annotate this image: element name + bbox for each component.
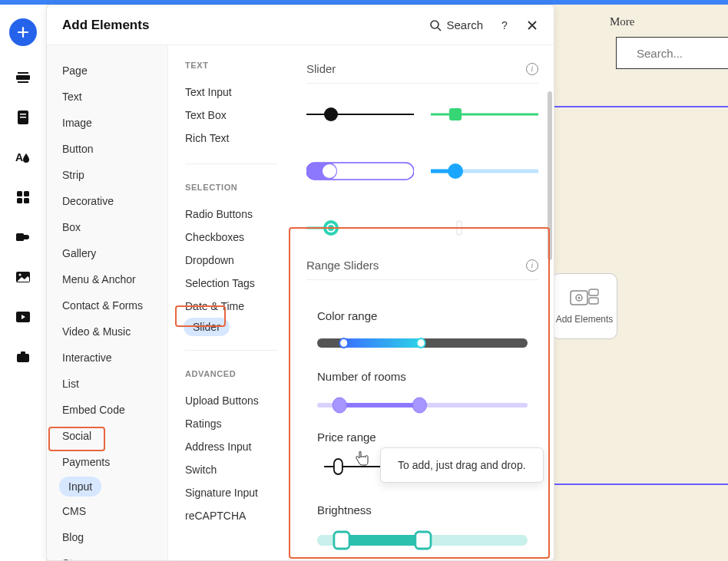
slider-variant-black-dot[interactable] xyxy=(306,99,414,130)
svg-rect-49 xyxy=(337,403,422,408)
preview-column: Slider i xyxy=(291,45,554,560)
subcategory-item-rich-text[interactable]: Rich Text xyxy=(185,127,291,150)
subcategory-item-date-time[interactable]: Date & Time xyxy=(185,295,291,318)
add-button[interactable] xyxy=(9,18,37,46)
subcategory-heading: SELECTION xyxy=(185,183,291,192)
canvas-guide-line xyxy=(554,106,728,107)
subcategory-item-recaptcha[interactable]: reCAPTCHA xyxy=(185,504,291,527)
svg-point-41 xyxy=(328,225,334,231)
category-item-menu-anchor[interactable]: Menu & Anchor xyxy=(47,268,167,291)
svg-point-47 xyxy=(417,338,425,348)
slider-variant-blue-dot[interactable] xyxy=(431,156,538,186)
category-item-box[interactable]: Box xyxy=(47,216,167,239)
subcategory-item-selection-tags[interactable]: Selection Tags xyxy=(185,272,291,295)
category-item-contact-forms[interactable]: Contact & Forms xyxy=(47,294,167,317)
subcategory-item-switch[interactable]: Switch xyxy=(185,458,291,481)
slider-variant-line-handle[interactable] xyxy=(431,213,538,243)
subcategory-heading: ADVANCED xyxy=(185,369,291,378)
category-item-image[interactable]: Image xyxy=(47,111,167,134)
svg-rect-45 xyxy=(342,338,422,348)
panel-title: Add Elements xyxy=(62,18,149,33)
svg-point-33 xyxy=(323,164,336,178)
category-item-input[interactable]: Input xyxy=(59,477,101,497)
category-item-strip[interactable]: Strip xyxy=(47,163,167,186)
category-item-text[interactable]: Text xyxy=(47,85,167,108)
category-item-blog[interactable]: Blog xyxy=(47,526,167,549)
range-label-rooms: Number of rooms xyxy=(317,370,528,383)
svg-rect-55 xyxy=(338,535,425,546)
svg-point-24 xyxy=(431,21,438,28)
image-icon[interactable] xyxy=(15,269,31,285)
subcategory-item-upload-buttons[interactable]: Upload Buttons xyxy=(185,389,291,412)
range-slider-color[interactable] xyxy=(317,336,528,347)
section-icon[interactable] xyxy=(15,69,31,86)
help-icon[interactable]: ? xyxy=(498,19,511,31)
svg-rect-53 xyxy=(334,459,342,474)
business-icon[interactable] xyxy=(15,348,31,365)
text-drop-icon[interactable]: A xyxy=(15,149,31,166)
video-icon[interactable] xyxy=(15,309,31,325)
svg-line-25 xyxy=(438,28,441,31)
category-item-button[interactable]: Button xyxy=(47,137,167,160)
category-item-gallery[interactable]: Gallery xyxy=(47,242,167,265)
canvas-search-input[interactable] xyxy=(637,47,728,60)
category-item-embed-code[interactable]: Embed Code xyxy=(47,398,167,421)
svg-rect-4 xyxy=(20,114,26,115)
info-icon[interactable]: i xyxy=(526,259,538,272)
subcategory-item-text-input[interactable]: Text Input xyxy=(185,81,291,104)
slider-section-title: Slider xyxy=(306,62,336,75)
category-item-decorative[interactable]: Decorative xyxy=(47,190,167,213)
canvas-search-box[interactable] xyxy=(616,37,728,69)
range-section-title: Range Sliders xyxy=(306,259,379,272)
subcategory-item-address-input[interactable]: Address Input xyxy=(185,435,291,458)
info-icon[interactable]: i xyxy=(526,63,538,75)
slider-variant-teal-ring[interactable] xyxy=(306,213,414,243)
subcategory-item-radio-buttons[interactable]: Radio Buttons xyxy=(185,203,291,226)
category-item-cms[interactable]: CMS xyxy=(47,500,167,523)
svg-rect-0 xyxy=(16,75,30,80)
svg-point-36 xyxy=(448,163,463,179)
svg-point-50 xyxy=(333,398,346,413)
svg-rect-22 xyxy=(589,289,598,295)
svg-point-21 xyxy=(578,297,581,299)
slider-variant-green-square[interactable] xyxy=(431,99,538,130)
canvas-more-label[interactable]: More xyxy=(610,15,635,28)
subcategory-item-text-box[interactable]: Text Box xyxy=(185,104,291,127)
panel-search[interactable]: Search xyxy=(429,18,483,31)
range-sliders-group: Color range Number of rooms xyxy=(306,295,538,560)
svg-text:?: ? xyxy=(501,19,508,31)
category-item-page[interactable]: Page xyxy=(47,59,167,82)
category-item-social[interactable]: Social xyxy=(47,424,167,447)
add-elements-card[interactable]: Add Elements xyxy=(551,273,617,339)
range-label-color: Color range xyxy=(317,309,528,322)
subcategory-item-dropdown[interactable]: Dropdown xyxy=(185,249,291,272)
svg-rect-16 xyxy=(21,351,25,355)
plugin-icon[interactable] xyxy=(15,229,31,246)
subcategory-heading: TEXT xyxy=(185,61,291,70)
apps-icon[interactable] xyxy=(15,189,31,206)
subcategory-item-slider[interactable]: Slider xyxy=(184,318,230,336)
svg-rect-11 xyxy=(16,233,24,241)
svg-rect-23 xyxy=(589,298,598,304)
close-icon[interactable] xyxy=(526,19,538,31)
subcategory-item-ratings[interactable]: Ratings xyxy=(185,412,291,435)
range-label-brightness: Brightness xyxy=(317,503,528,516)
subcategory-list: TEXTText InputText BoxRich TextSELECTION… xyxy=(168,45,291,560)
range-slider-brightness[interactable] xyxy=(317,530,528,541)
add-elements-panel: Add Elements Search ? PageTextImageButto… xyxy=(46,5,554,561)
category-item-video-music[interactable]: Video & Music xyxy=(47,320,167,343)
svg-rect-57 xyxy=(415,532,431,549)
svg-point-46 xyxy=(339,338,348,348)
subcategory-item-signature-input[interactable]: Signature Input xyxy=(185,481,291,504)
category-item-store[interactable]: Store xyxy=(47,552,167,560)
slider-variant-purple-toggle[interactable] xyxy=(306,156,414,186)
category-item-interactive[interactable]: Interactive xyxy=(47,346,167,369)
category-item-list[interactable]: List xyxy=(47,372,167,395)
range-slider-rooms[interactable] xyxy=(317,397,528,408)
scrollbar-thumb[interactable] xyxy=(548,91,552,260)
category-item-payments[interactable]: Payments xyxy=(47,450,167,474)
subcategory-item-checkboxes[interactable]: Checkboxes xyxy=(185,226,291,249)
page-icon[interactable] xyxy=(15,109,31,126)
svg-rect-43 xyxy=(457,221,462,235)
svg-rect-15 xyxy=(17,354,29,362)
